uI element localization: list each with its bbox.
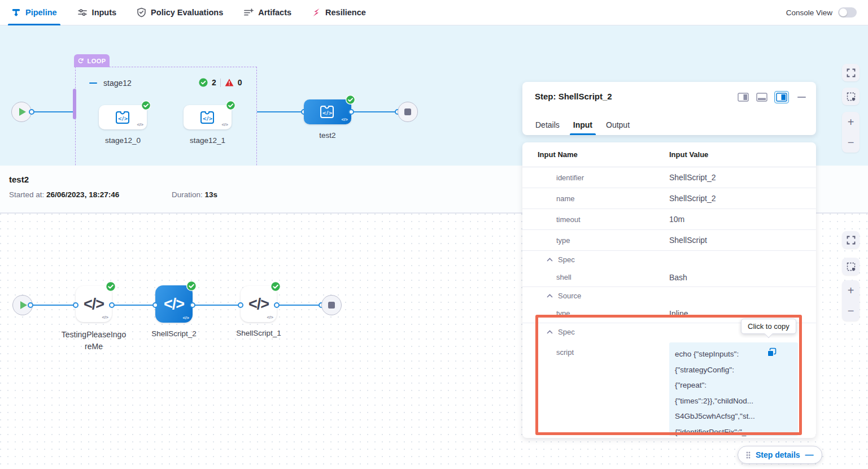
input-name: identifier [522,173,669,182]
input-name: shell [522,273,669,281]
tab-details[interactable]: Details [535,114,560,135]
zoom-in-button[interactable]: + [842,280,860,301]
failed-count: 0 [238,78,242,87]
svg-text:</>: </> [322,110,333,116]
step-group-icon: </> [113,110,133,125]
tab-artifacts[interactable]: Artifacts [243,0,291,25]
top-nav: Pipeline Inputs Policy Evaluations Artif… [0,0,868,25]
step-node-shellscript-1[interactable]: </> </> ShellScript_1 [241,286,277,322]
input-name: script [522,342,669,436]
section-label: Spec [558,328,575,336]
zoom-out-button[interactable]: − [842,301,860,321]
collapse-step-details-icon: — [805,450,814,459]
chevron-up-icon[interactable] [547,294,553,298]
success-check-icon [346,95,355,105]
stage-end-node[interactable] [398,102,418,122]
step-node-stage12-0[interactable]: </> </> stage12_0 [99,105,147,129]
fullscreen-button[interactable] [842,64,860,81]
minimize-panel-icon[interactable] [797,97,806,98]
duration-label: Duration: [172,190,203,199]
stage-name: stage12 [103,79,132,88]
zoom-in-button[interactable]: + [842,112,860,132]
marquee-select-button[interactable] [842,88,860,105]
table-row: shell Bash [522,268,816,287]
step-node-shellscript-2[interactable]: </> </> ShellScript_2 [155,285,193,323]
resilience-icon [312,8,321,17]
loop-icon [77,58,84,64]
tab-resilience[interactable]: Resilience [312,0,366,25]
started-at: Started at: 26/06/2023, 18:27:46 [9,190,119,199]
script-line: {"identifierPostFix":"_... [675,424,792,437]
panel-tabs: Details Input Output [535,114,630,135]
success-check-icon [106,281,116,292]
collapse-stage-icon[interactable] [89,82,97,84]
input-value: ShellScript_2 [669,173,816,182]
step-node-label: TestingPleaseIngoreMe [60,329,127,353]
toggle-knob [839,8,847,16]
shell-type-mini-icon: </> [137,122,143,127]
step-node-stage12-1[interactable]: </> </> stage12_1 [184,105,232,129]
step-details-label: Step details [756,450,800,459]
script-line: {"strategyConfig": [675,362,792,378]
tab-pipeline[interactable]: Pipeline [11,0,57,25]
fullscreen-button[interactable] [842,231,860,249]
stage-node-test2[interactable]: </> </> test2 [304,99,351,124]
loop-badge-label: LOOP [87,58,106,64]
count-divider [220,79,221,87]
tab-resilience-label: Resilience [325,8,366,17]
list-plus-icon [243,8,254,17]
console-view-label: Console View [786,8,832,17]
active-panel-tab-underline [570,133,596,135]
script-value-box[interactable]: echo {"stepInputs": {"strategyConfig": {… [669,342,798,436]
layout-float-panel-icon[interactable] [774,91,789,103]
console-view-control: Console View [786,7,857,18]
shell-type-mini-icon: </> [182,315,189,320]
zoom-controls: + − [842,112,860,153]
success-check-icon [226,101,235,110]
script-line: {"times":2}},"childNod... [675,393,792,409]
loop-entry-marker [73,89,76,119]
play-icon [20,301,27,309]
layout-bottom-panel-icon[interactable] [756,92,768,102]
table-row: name ShellScript_2 [522,188,816,209]
input-name: name [522,194,669,203]
shell-type-mini-icon: </> [102,315,108,320]
tab-input[interactable]: Input [573,114,592,135]
panel-layout-controls [737,91,806,103]
success-badge-icon [199,78,208,87]
pipeline-execution-screen: Pipeline Inputs Policy Evaluations Artif… [0,0,868,469]
stage-status-counts: 2 0 [199,78,242,87]
tab-output[interactable]: Output [606,114,630,135]
edge-loop-to-test2 [257,111,304,112]
sliders-icon [77,8,88,17]
shell-type-mini-icon: </> [221,122,228,127]
shell-script-icon: </> [164,296,184,313]
tab-artifacts-label: Artifacts [258,8,291,17]
step-details-button[interactable]: Step details — [738,446,822,464]
copy-icon[interactable] [767,348,777,357]
loop-badge: LOOP [74,54,110,67]
chevron-up-icon[interactable] [547,258,553,262]
marquee-select-button[interactable] [842,258,860,275]
step-end-node[interactable] [321,295,342,315]
zoom-out-button[interactable]: − [842,132,860,153]
edge-connector [238,302,243,308]
step-node-testingpleaseingoreme[interactable]: </> </> TestingPleaseIngoreMe [76,286,112,322]
tab-input-label: Input [573,120,592,129]
console-view-toggle[interactable] [838,7,857,18]
edge-connector [73,302,78,308]
input-name: timeout [522,215,669,224]
layout-right-panel-icon[interactable] [737,92,749,102]
input-value: Inline [669,309,816,318]
play-icon [19,108,26,116]
step-panel-header: Step: ShellScript_2 Details Input Output [522,82,816,135]
stop-icon [404,108,411,115]
tab-policy-evaluations[interactable]: Policy Evaluations [137,0,223,25]
table-row: identifier ShellScript_2 [522,167,816,188]
tab-inputs[interactable]: Inputs [77,0,117,25]
chevron-up-icon[interactable] [547,330,553,334]
shell-script-icon: </> [248,296,269,313]
duration-value: 13s [205,190,218,199]
copy-tooltip: Click to copy [741,319,796,334]
shield-check-icon [137,7,146,18]
